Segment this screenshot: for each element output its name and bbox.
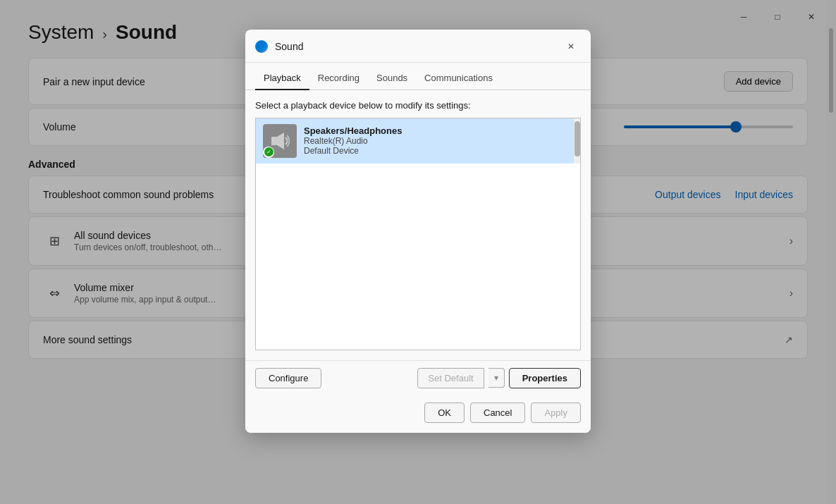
set-default-button[interactable]: Set Default bbox=[417, 368, 484, 388]
dialog-titlebar: Sound ✕ bbox=[245, 30, 591, 63]
properties-button[interactable]: Properties bbox=[509, 368, 581, 388]
device-scrollbar-thumb[interactable] bbox=[574, 121, 580, 156]
dialog-title: Sound bbox=[255, 40, 303, 53]
device-default: Default Device bbox=[304, 146, 573, 156]
modal-overlay: Sound ✕ Playback Recording Sounds Commun… bbox=[0, 0, 836, 504]
cancel-button[interactable]: Cancel bbox=[470, 402, 525, 423]
dialog-tabs: Playback Recording Sounds Communications bbox=[245, 63, 591, 90]
dialog-final-buttons: OK Cancel Apply bbox=[245, 395, 591, 433]
device-check-inner: ✓ bbox=[264, 147, 273, 156]
device-item-speakers[interactable]: ✓ Speakers/Headphones Realtek(R) Audio D… bbox=[256, 118, 580, 164]
device-check-badge: ✓ bbox=[263, 147, 274, 158]
sound-dialog: Sound ✕ Playback Recording Sounds Commun… bbox=[245, 30, 591, 433]
dialog-title-text: Sound bbox=[275, 41, 303, 52]
ok-button[interactable]: OK bbox=[424, 402, 465, 423]
device-driver: Realtek(R) Audio bbox=[304, 136, 573, 146]
dialog-left-buttons: Configure bbox=[255, 368, 321, 388]
svg-marker-1 bbox=[277, 133, 284, 149]
dialog-instruction: Select a playback device below to modify… bbox=[255, 100, 581, 111]
device-name: Speakers/Headphones bbox=[304, 125, 573, 136]
tab-sounds[interactable]: Sounds bbox=[368, 67, 416, 90]
device-icon-wrap: ✓ bbox=[263, 124, 297, 158]
dialog-right-buttons: Set Default ▾ Properties bbox=[417, 368, 581, 388]
tab-playback[interactable]: Playback bbox=[255, 67, 309, 90]
configure-button[interactable]: Configure bbox=[255, 368, 321, 388]
set-default-arrow-button[interactable]: ▾ bbox=[488, 368, 505, 388]
device-list-scrollbar[interactable] bbox=[573, 118, 580, 164]
tab-communications[interactable]: Communications bbox=[416, 67, 501, 90]
apply-button[interactable]: Apply bbox=[531, 402, 581, 423]
sound-globe-icon bbox=[255, 40, 268, 53]
tab-recording[interactable]: Recording bbox=[309, 67, 368, 90]
dialog-body: Select a playback device below to modify… bbox=[245, 90, 591, 360]
dialog-action-buttons: Configure Set Default ▾ Properties bbox=[245, 360, 591, 395]
device-info: Speakers/Headphones Realtek(R) Audio Def… bbox=[304, 125, 573, 156]
device-list[interactable]: ✓ Speakers/Headphones Realtek(R) Audio D… bbox=[255, 118, 581, 350]
dialog-close-button[interactable]: ✕ bbox=[561, 37, 581, 56]
svg-rect-0 bbox=[271, 137, 277, 145]
